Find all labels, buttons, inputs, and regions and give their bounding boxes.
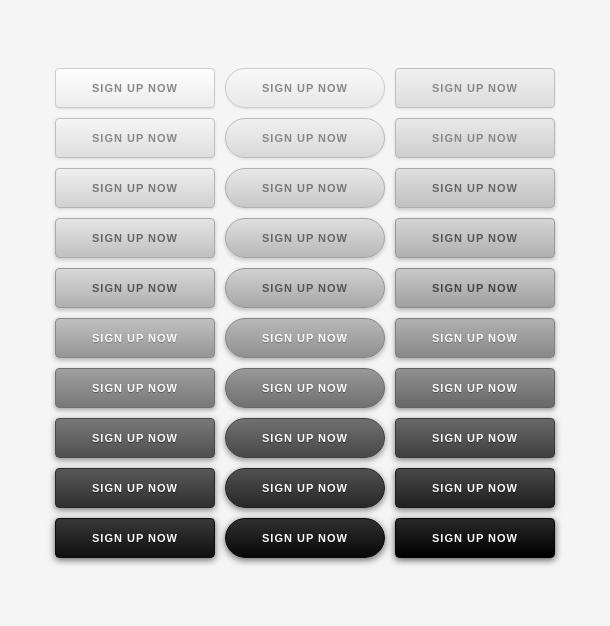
button-row-10: SIGN UP NOW SIGN UP NOW SIGN UP NOW — [30, 518, 580, 558]
signup-button-r10-3[interactable]: SIGN UP NOW — [395, 518, 555, 558]
button-showcase: SIGN UP NOW SIGN UP NOW SIGN UP NOW SIGN… — [0, 0, 610, 626]
signup-button-r8-1[interactable]: SIGN UP NOW — [55, 418, 215, 458]
signup-button-r5-1[interactable]: SIGN UP NOW — [55, 268, 215, 308]
signup-button-r1-3[interactable]: SIGN UP NOW — [395, 68, 555, 108]
button-row-9: SIGN UP NOW SIGN UP NOW SIGN UP NOW — [30, 468, 580, 508]
signup-button-r3-3[interactable]: SIGN UP NOW — [395, 168, 555, 208]
signup-button-r2-1[interactable]: SIGN UP NOW — [55, 118, 215, 158]
signup-button-r7-3[interactable]: SIGN UP NOW — [395, 368, 555, 408]
button-row-6: SIGN UP NOW SIGN UP NOW SIGN UP NOW — [30, 318, 580, 358]
signup-button-r8-2[interactable]: SIGN UP NOW — [225, 418, 385, 458]
button-row-7: SIGN UP NOW SIGN UP NOW SIGN UP NOW — [30, 368, 580, 408]
signup-button-r10-1[interactable]: SIGN UP NOW — [55, 518, 215, 558]
signup-button-r7-1[interactable]: SIGN UP NOW — [55, 368, 215, 408]
signup-button-r5-2[interactable]: SIGN UP NOW — [225, 268, 385, 308]
signup-button-r4-3[interactable]: SIGN UP NOW — [395, 218, 555, 258]
signup-button-r1-1[interactable]: SIGN UP NOW — [55, 68, 215, 108]
signup-button-r7-2[interactable]: SIGN UP NOW — [225, 368, 385, 408]
signup-button-r4-2[interactable]: SIGN UP NOW — [225, 218, 385, 258]
button-row-5: SIGN UP NOW SIGN UP NOW SIGN UP NOW — [30, 268, 580, 308]
button-row-3: SIGN UP NOW SIGN UP NOW SIGN UP NOW — [30, 168, 580, 208]
signup-button-r6-3[interactable]: SIGN UP NOW — [395, 318, 555, 358]
signup-button-r9-3[interactable]: SIGN UP NOW — [395, 468, 555, 508]
signup-button-r3-1[interactable]: SIGN UP NOW — [55, 168, 215, 208]
signup-button-r1-2[interactable]: SIGN UP NOW — [225, 68, 385, 108]
button-row-1: SIGN UP NOW SIGN UP NOW SIGN UP NOW — [30, 68, 580, 108]
signup-button-r9-1[interactable]: SIGN UP NOW — [55, 468, 215, 508]
signup-button-r10-2[interactable]: SIGN UP NOW — [225, 518, 385, 558]
button-row-4: SIGN UP NOW SIGN UP NOW SIGN UP NOW — [30, 218, 580, 258]
button-row-8: SIGN UP NOW SIGN UP NOW SIGN UP NOW — [30, 418, 580, 458]
signup-button-r2-2[interactable]: SIGN UP NOW — [225, 118, 385, 158]
signup-button-r5-3[interactable]: SIGN UP NOW — [395, 268, 555, 308]
signup-button-r6-1[interactable]: SIGN UP NOW — [55, 318, 215, 358]
signup-button-r6-2[interactable]: SIGN UP NOW — [225, 318, 385, 358]
signup-button-r9-2[interactable]: SIGN UP NOW — [225, 468, 385, 508]
signup-button-r4-1[interactable]: SIGN UP NOW — [55, 218, 215, 258]
signup-button-r8-3[interactable]: SIGN UP NOW — [395, 418, 555, 458]
button-row-2: SIGN UP NOW SIGN UP NOW SIGN UP NOW — [30, 118, 580, 158]
signup-button-r2-3[interactable]: SIGN UP NOW — [395, 118, 555, 158]
signup-button-r3-2[interactable]: SIGN UP NOW — [225, 168, 385, 208]
